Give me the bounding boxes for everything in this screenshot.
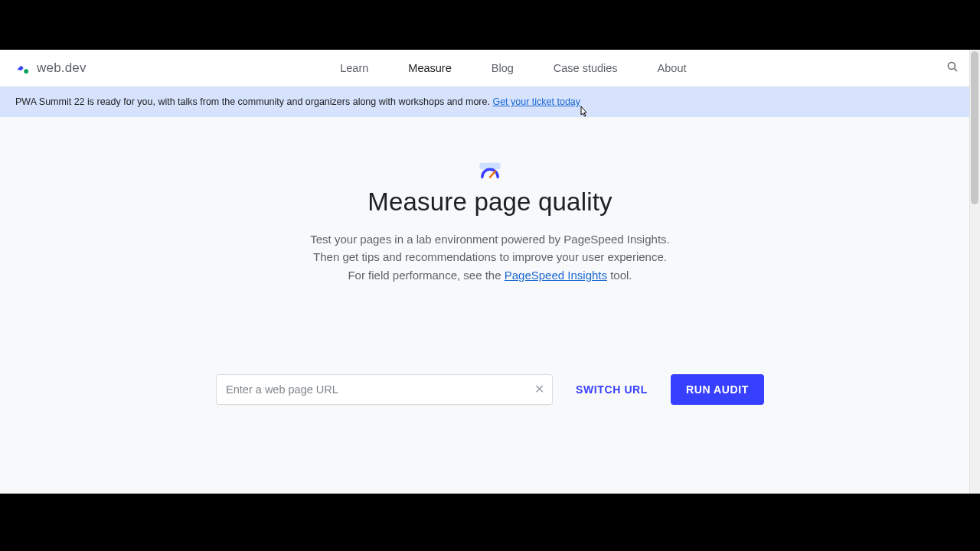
svg-point-0 — [24, 69, 28, 73]
site-logo[interactable]: web.dev — [15, 60, 87, 76]
pagespeed-link[interactable]: PageSpeed Insights — [505, 269, 607, 282]
letterbox-bottom — [0, 494, 980, 551]
hero-desc-after: tool. — [607, 269, 632, 282]
site-header: web.dev Learn Measure Blog Case studies … — [0, 50, 980, 86]
webdev-logo-icon — [15, 60, 31, 76]
nav-about[interactable]: About — [656, 59, 688, 77]
svg-line-2 — [955, 68, 957, 70]
svg-point-1 — [948, 62, 955, 69]
banner-text: PWA Summit 22 is ready for you, with tal… — [15, 96, 492, 107]
url-input-container[interactable]: ✕ — [216, 374, 553, 405]
close-icon: ✕ — [534, 383, 544, 396]
gauge-icon — [477, 161, 503, 180]
clear-input-button[interactable]: ✕ — [534, 383, 544, 396]
nav-measure[interactable]: Measure — [407, 59, 452, 77]
page-title: Measure page quality — [0, 187, 980, 217]
nav-case-studies[interactable]: Case studies — [552, 59, 619, 77]
hero-description: Test your pages in a lab environment pow… — [310, 230, 670, 284]
page-viewport: web.dev Learn Measure Blog Case studies … — [0, 50, 980, 494]
letterbox-top — [0, 0, 980, 50]
site-logo-text: web.dev — [37, 60, 87, 76]
hero-section: Measure page quality Test your pages in … — [0, 117, 980, 284]
search-button[interactable] — [940, 56, 965, 80]
scrollbar-track[interactable] — [969, 50, 980, 494]
scrollbar-thumb[interactable] — [971, 51, 978, 204]
banner-link[interactable]: Get your ticket today — [492, 96, 580, 107]
switch-url-button[interactable]: SWITCH URL — [567, 376, 657, 403]
svg-line-4 — [490, 171, 495, 178]
url-input[interactable] — [226, 383, 524, 396]
announcement-banner: PWA Summit 22 is ready for you, with tal… — [0, 86, 980, 117]
nav-blog[interactable]: Blog — [490, 59, 515, 77]
url-form: ✕ SWITCH URL RUN AUDIT — [0, 374, 980, 405]
primary-nav: Learn Measure Blog Case studies About — [87, 59, 940, 77]
nav-learn[interactable]: Learn — [338, 59, 370, 77]
run-audit-button[interactable]: RUN AUDIT — [671, 374, 764, 405]
search-icon — [946, 60, 959, 77]
